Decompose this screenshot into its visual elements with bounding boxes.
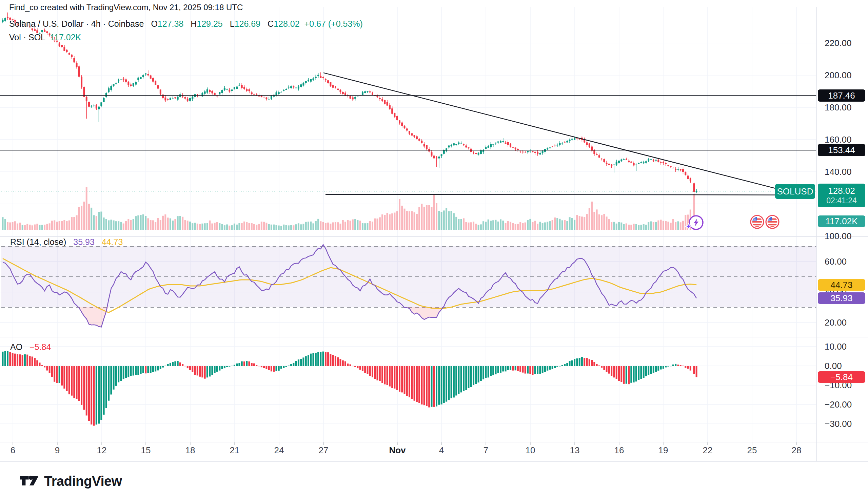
level-badge-153: 153.44 bbox=[818, 144, 865, 156]
time-axis-label: 13 bbox=[570, 445, 580, 455]
ohlc-close-key: C bbox=[267, 19, 274, 28]
time-axis-label: 9 bbox=[55, 445, 60, 455]
tradingview-snapshot: Find_co created with TradingView.com, No… bbox=[0, 0, 868, 499]
tradingview-logo-text: TradingView bbox=[44, 474, 122, 489]
time-axis-label: 15 bbox=[141, 445, 151, 455]
ao-axis-label: −30.00 bbox=[824, 419, 852, 429]
price-axis-label: 100.00 bbox=[824, 231, 852, 242]
ohlc-change: +0.67 (+0.53%) bbox=[305, 19, 363, 28]
ao-title[interactable]: AO bbox=[10, 342, 22, 352]
time-axis-label: 10 bbox=[525, 445, 535, 455]
rsi-main-badge: 35.93 bbox=[818, 292, 865, 304]
ohlc-close-value: 128.02 bbox=[274, 19, 299, 28]
ohlc-high-value: 129.25 bbox=[197, 19, 223, 28]
rsi-axis-label: 20.00 bbox=[824, 317, 847, 328]
time-axis-label: 18 bbox=[186, 445, 195, 455]
candle-countdown: 02:41:24 bbox=[826, 196, 857, 205]
level-badge-187: 187.46 bbox=[818, 89, 865, 102]
volume-legend: Vol · SOL 117.02K bbox=[9, 33, 81, 42]
time-axis-label: 16 bbox=[614, 445, 624, 455]
symbol-legend: Solana / U.S. Dollar · 4h · Coinbase O12… bbox=[9, 19, 363, 29]
ohlc-open-key: O bbox=[151, 19, 157, 28]
volume-label[interactable]: Vol · SOL bbox=[9, 33, 45, 42]
economic-event-flag-icon[interactable] bbox=[766, 216, 779, 228]
tradingview-logo[interactable]: TradingView bbox=[20, 474, 122, 489]
ohlc-low-key: L bbox=[230, 19, 235, 28]
rsi-main-value: 35.93 bbox=[73, 237, 95, 247]
time-axis-label: 28 bbox=[792, 445, 801, 455]
ao-badge: −5.84 bbox=[818, 371, 865, 383]
ohlc-low-value: 126.69 bbox=[235, 19, 260, 28]
ao-value: −5.84 bbox=[29, 342, 51, 352]
rsi-axis-label: 60.00 bbox=[824, 256, 847, 267]
volume-badge: 117.02K bbox=[818, 216, 865, 227]
ao-axis-label: 0.00 bbox=[824, 361, 842, 371]
symbol-title[interactable]: Solana / U.S. Dollar · 4h · Coinbase bbox=[9, 19, 144, 28]
rsi-legend: RSI (14, close) 35.93 44.73 bbox=[10, 237, 123, 247]
time-axis-label: 21 bbox=[230, 445, 240, 455]
time-axis-label: 6 bbox=[11, 445, 15, 455]
rsi-ma-badge: 44.73 bbox=[818, 279, 865, 291]
time-axis-label: 4 bbox=[439, 445, 444, 455]
time-axis-label: 7 bbox=[484, 445, 488, 455]
time-axis-label: 27 bbox=[319, 445, 329, 455]
time-axis-label: 12 bbox=[97, 445, 107, 455]
volume-value: 117.02K bbox=[50, 33, 81, 42]
attribution-text: Find_co created with TradingView.com, No… bbox=[9, 3, 243, 12]
tradingview-logo-icon bbox=[20, 475, 39, 488]
price-axis-label: 200.00 bbox=[824, 70, 852, 81]
rsi-title[interactable]: RSI (14, close) bbox=[10, 237, 66, 247]
ohlc-high-key: H bbox=[191, 19, 197, 28]
current-price-value: 128.02 bbox=[828, 186, 855, 196]
ohlc-open-value: 127.38 bbox=[158, 19, 183, 28]
time-axis-label: 25 bbox=[747, 445, 757, 455]
ao-legend: AO −5.84 bbox=[10, 342, 51, 352]
time-axis-label: 24 bbox=[274, 445, 284, 455]
price-axis-label: 160.00 bbox=[824, 134, 852, 145]
economic-event-flag-icon[interactable] bbox=[751, 216, 763, 228]
price-axis-label: 180.00 bbox=[824, 102, 852, 113]
ao-axis-label: −20.00 bbox=[824, 399, 852, 410]
time-axis-label: Nov bbox=[389, 445, 405, 455]
price-axis-label: 140.00 bbox=[824, 167, 852, 177]
current-price-symbol-tag: SOLUSD bbox=[775, 184, 815, 199]
price-axis-label: 220.00 bbox=[824, 38, 852, 48]
time-axis-label: 22 bbox=[703, 445, 713, 455]
chart-canvas[interactable] bbox=[0, 0, 868, 499]
rsi-ma-value: 44.73 bbox=[102, 237, 123, 247]
ao-axis-label: 10.00 bbox=[824, 341, 847, 352]
current-price-badge: 128.02 02:41:24 bbox=[818, 184, 865, 207]
time-axis-label: 19 bbox=[658, 445, 668, 455]
